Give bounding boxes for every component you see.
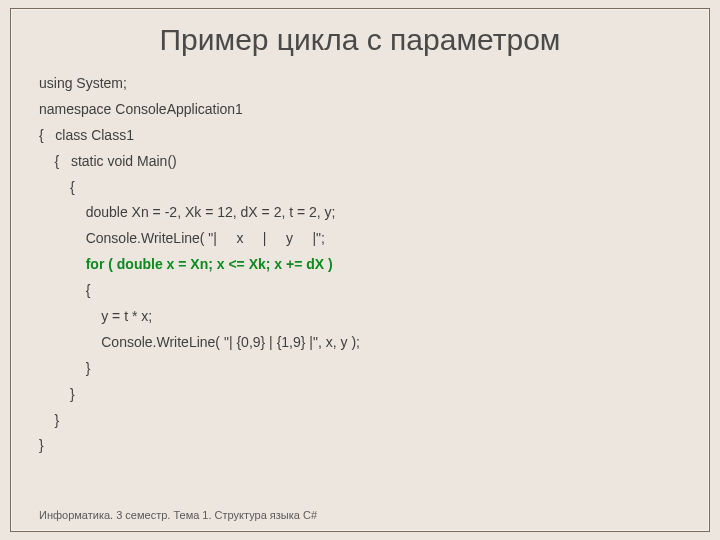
code-line-highlight: for ( double x = Xn; x <= Xk; x += dX ) xyxy=(39,252,681,278)
code-line: } xyxy=(39,382,681,408)
corner-decoration xyxy=(699,8,710,19)
corner-decoration xyxy=(699,521,710,532)
code-line: } xyxy=(39,408,681,434)
code-line: namespace ConsoleApplication1 xyxy=(39,97,681,123)
code-line: { xyxy=(39,175,681,201)
slide-footer: Информатика. 3 семестр. Тема 1. Структур… xyxy=(39,509,317,521)
code-line: { static void Main() xyxy=(39,149,681,175)
code-line: y = t * x; xyxy=(39,304,681,330)
code-block: using System; namespace ConsoleApplicati… xyxy=(39,71,681,459)
corner-decoration xyxy=(10,521,21,532)
slide-title: Пример цикла с параметром xyxy=(39,23,681,57)
code-line: Console.WriteLine( "| x | y |"; xyxy=(39,226,681,252)
code-line: using System; xyxy=(39,71,681,97)
code-line: { xyxy=(39,278,681,304)
code-line: Console.WriteLine( "| {0,9} | {1,9} |", … xyxy=(39,330,681,356)
corner-decoration xyxy=(10,8,21,19)
code-line: { class Class1 xyxy=(39,123,681,149)
code-line: } xyxy=(39,356,681,382)
code-line: } xyxy=(39,433,681,459)
slide-frame: Пример цикла с параметром using System; … xyxy=(10,8,710,532)
code-line: double Xn = -2, Xk = 12, dX = 2, t = 2, … xyxy=(39,200,681,226)
